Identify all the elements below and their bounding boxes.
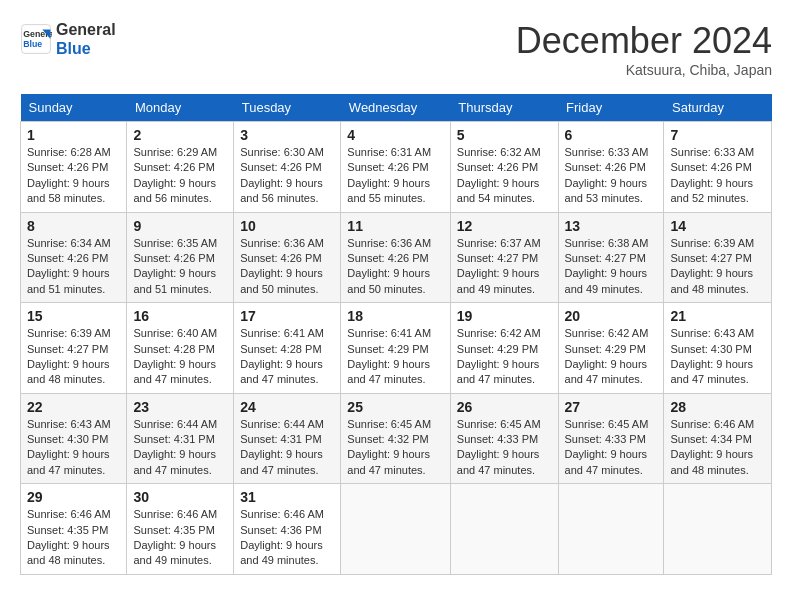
dow-header-wednesday: Wednesday <box>341 94 450 122</box>
calendar-cell: 11 Sunrise: 6:36 AM Sunset: 4:26 PM Dayl… <box>341 212 450 303</box>
calendar-week-3: 15 Sunrise: 6:39 AM Sunset: 4:27 PM Dayl… <box>21 303 772 394</box>
calendar-cell: 18 Sunrise: 6:41 AM Sunset: 4:29 PM Dayl… <box>341 303 450 394</box>
day-number: 12 <box>457 218 552 234</box>
calendar-cell: 1 Sunrise: 6:28 AM Sunset: 4:26 PM Dayli… <box>21 122 127 213</box>
day-number: 26 <box>457 399 552 415</box>
calendar-table: SundayMondayTuesdayWednesdayThursdayFrid… <box>20 94 772 575</box>
day-number: 3 <box>240 127 334 143</box>
logo-blue: Blue <box>56 39 116 58</box>
logo: General Blue General Blue <box>20 20 116 58</box>
day-number: 30 <box>133 489 227 505</box>
day-number: 2 <box>133 127 227 143</box>
calendar-cell <box>664 484 772 575</box>
calendar-cell: 7 Sunrise: 6:33 AM Sunset: 4:26 PM Dayli… <box>664 122 772 213</box>
dow-header-monday: Monday <box>127 94 234 122</box>
day-number: 28 <box>670 399 765 415</box>
day-info: Sunrise: 6:46 AM Sunset: 4:36 PM Dayligh… <box>240 507 334 569</box>
calendar-cell: 9 Sunrise: 6:35 AM Sunset: 4:26 PM Dayli… <box>127 212 234 303</box>
calendar-week-1: 1 Sunrise: 6:28 AM Sunset: 4:26 PM Dayli… <box>21 122 772 213</box>
calendar-cell: 3 Sunrise: 6:30 AM Sunset: 4:26 PM Dayli… <box>234 122 341 213</box>
logo-general: General <box>56 20 116 39</box>
calendar-cell: 2 Sunrise: 6:29 AM Sunset: 4:26 PM Dayli… <box>127 122 234 213</box>
calendar-cell <box>341 484 450 575</box>
day-number: 24 <box>240 399 334 415</box>
day-info: Sunrise: 6:39 AM Sunset: 4:27 PM Dayligh… <box>27 326 120 388</box>
day-info: Sunrise: 6:46 AM Sunset: 4:35 PM Dayligh… <box>133 507 227 569</box>
day-info: Sunrise: 6:34 AM Sunset: 4:26 PM Dayligh… <box>27 236 120 298</box>
day-info: Sunrise: 6:42 AM Sunset: 4:29 PM Dayligh… <box>565 326 658 388</box>
day-info: Sunrise: 6:28 AM Sunset: 4:26 PM Dayligh… <box>27 145 120 207</box>
day-number: 1 <box>27 127 120 143</box>
day-number: 8 <box>27 218 120 234</box>
day-number: 20 <box>565 308 658 324</box>
day-info: Sunrise: 6:31 AM Sunset: 4:26 PM Dayligh… <box>347 145 443 207</box>
calendar-cell: 19 Sunrise: 6:42 AM Sunset: 4:29 PM Dayl… <box>450 303 558 394</box>
calendar-cell: 22 Sunrise: 6:43 AM Sunset: 4:30 PM Dayl… <box>21 393 127 484</box>
day-info: Sunrise: 6:45 AM Sunset: 4:32 PM Dayligh… <box>347 417 443 479</box>
calendar-cell: 10 Sunrise: 6:36 AM Sunset: 4:26 PM Dayl… <box>234 212 341 303</box>
dow-header-sunday: Sunday <box>21 94 127 122</box>
calendar-week-5: 29 Sunrise: 6:46 AM Sunset: 4:35 PM Dayl… <box>21 484 772 575</box>
day-number: 5 <box>457 127 552 143</box>
dow-header-tuesday: Tuesday <box>234 94 341 122</box>
day-info: Sunrise: 6:40 AM Sunset: 4:28 PM Dayligh… <box>133 326 227 388</box>
day-number: 6 <box>565 127 658 143</box>
day-info: Sunrise: 6:41 AM Sunset: 4:29 PM Dayligh… <box>347 326 443 388</box>
day-info: Sunrise: 6:33 AM Sunset: 4:26 PM Dayligh… <box>670 145 765 207</box>
day-info: Sunrise: 6:33 AM Sunset: 4:26 PM Dayligh… <box>565 145 658 207</box>
day-number: 13 <box>565 218 658 234</box>
day-info: Sunrise: 6:35 AM Sunset: 4:26 PM Dayligh… <box>133 236 227 298</box>
calendar-cell: 14 Sunrise: 6:39 AM Sunset: 4:27 PM Dayl… <box>664 212 772 303</box>
day-number: 22 <box>27 399 120 415</box>
calendar-cell: 30 Sunrise: 6:46 AM Sunset: 4:35 PM Dayl… <box>127 484 234 575</box>
calendar-cell: 29 Sunrise: 6:46 AM Sunset: 4:35 PM Dayl… <box>21 484 127 575</box>
calendar-cell: 12 Sunrise: 6:37 AM Sunset: 4:27 PM Dayl… <box>450 212 558 303</box>
day-number: 29 <box>27 489 120 505</box>
day-number: 23 <box>133 399 227 415</box>
svg-text:Blue: Blue <box>23 39 42 49</box>
calendar-cell: 25 Sunrise: 6:45 AM Sunset: 4:32 PM Dayl… <box>341 393 450 484</box>
calendar-cell: 27 Sunrise: 6:45 AM Sunset: 4:33 PM Dayl… <box>558 393 664 484</box>
calendar-cell <box>450 484 558 575</box>
day-number: 19 <box>457 308 552 324</box>
dow-header-friday: Friday <box>558 94 664 122</box>
calendar-cell: 23 Sunrise: 6:44 AM Sunset: 4:31 PM Dayl… <box>127 393 234 484</box>
calendar-week-4: 22 Sunrise: 6:43 AM Sunset: 4:30 PM Dayl… <box>21 393 772 484</box>
day-number: 10 <box>240 218 334 234</box>
calendar-cell: 26 Sunrise: 6:45 AM Sunset: 4:33 PM Dayl… <box>450 393 558 484</box>
calendar-cell <box>558 484 664 575</box>
calendar-cell: 8 Sunrise: 6:34 AM Sunset: 4:26 PM Dayli… <box>21 212 127 303</box>
calendar-cell: 13 Sunrise: 6:38 AM Sunset: 4:27 PM Dayl… <box>558 212 664 303</box>
calendar-cell: 31 Sunrise: 6:46 AM Sunset: 4:36 PM Dayl… <box>234 484 341 575</box>
day-number: 4 <box>347 127 443 143</box>
day-info: Sunrise: 6:30 AM Sunset: 4:26 PM Dayligh… <box>240 145 334 207</box>
title-block: December 2024 Katsuura, Chiba, Japan <box>516 20 772 78</box>
day-number: 27 <box>565 399 658 415</box>
calendar-week-2: 8 Sunrise: 6:34 AM Sunset: 4:26 PM Dayli… <box>21 212 772 303</box>
day-info: Sunrise: 6:37 AM Sunset: 4:27 PM Dayligh… <box>457 236 552 298</box>
calendar-cell: 24 Sunrise: 6:44 AM Sunset: 4:31 PM Dayl… <box>234 393 341 484</box>
calendar-cell: 20 Sunrise: 6:42 AM Sunset: 4:29 PM Dayl… <box>558 303 664 394</box>
day-number: 31 <box>240 489 334 505</box>
calendar-cell: 28 Sunrise: 6:46 AM Sunset: 4:34 PM Dayl… <box>664 393 772 484</box>
calendar-cell: 16 Sunrise: 6:40 AM Sunset: 4:28 PM Dayl… <box>127 303 234 394</box>
day-info: Sunrise: 6:38 AM Sunset: 4:27 PM Dayligh… <box>565 236 658 298</box>
day-info: Sunrise: 6:29 AM Sunset: 4:26 PM Dayligh… <box>133 145 227 207</box>
day-number: 18 <box>347 308 443 324</box>
day-number: 14 <box>670 218 765 234</box>
calendar-cell: 5 Sunrise: 6:32 AM Sunset: 4:26 PM Dayli… <box>450 122 558 213</box>
day-info: Sunrise: 6:45 AM Sunset: 4:33 PM Dayligh… <box>565 417 658 479</box>
day-info: Sunrise: 6:36 AM Sunset: 4:26 PM Dayligh… <box>240 236 334 298</box>
day-info: Sunrise: 6:39 AM Sunset: 4:27 PM Dayligh… <box>670 236 765 298</box>
page-header: General Blue General Blue December 2024 … <box>20 20 772 78</box>
day-info: Sunrise: 6:36 AM Sunset: 4:26 PM Dayligh… <box>347 236 443 298</box>
day-number: 11 <box>347 218 443 234</box>
calendar-cell: 17 Sunrise: 6:41 AM Sunset: 4:28 PM Dayl… <box>234 303 341 394</box>
dow-header-thursday: Thursday <box>450 94 558 122</box>
dow-header-saturday: Saturday <box>664 94 772 122</box>
day-number: 17 <box>240 308 334 324</box>
calendar-cell: 15 Sunrise: 6:39 AM Sunset: 4:27 PM Dayl… <box>21 303 127 394</box>
day-info: Sunrise: 6:46 AM Sunset: 4:35 PM Dayligh… <box>27 507 120 569</box>
day-number: 7 <box>670 127 765 143</box>
day-info: Sunrise: 6:32 AM Sunset: 4:26 PM Dayligh… <box>457 145 552 207</box>
